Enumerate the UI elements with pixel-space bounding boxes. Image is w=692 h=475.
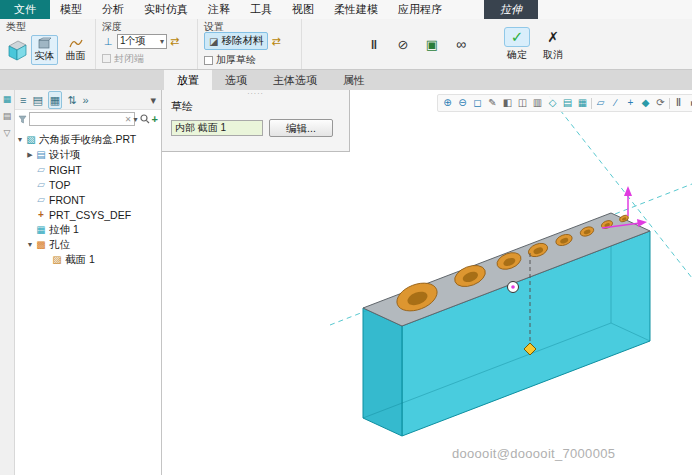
model-box[interactable] [363, 213, 650, 436]
tree-item-csys[interactable]: + PRT_CSYS_DEF [15, 207, 161, 222]
solid-type-button[interactable]: 实体 [31, 35, 58, 65]
surface-type-button[interactable]: 曲面 [62, 35, 89, 65]
sketch-reference-field[interactable]: 内部 截面 1 [171, 120, 263, 136]
file-menu-button[interactable]: 文件 [0, 0, 50, 19]
cancel-button[interactable]: ✗ 取消 [540, 27, 566, 62]
tree-search-row: ✕ ▾ + [15, 110, 161, 128]
saved-orientations-icon[interactable]: ▤ [561, 96, 574, 110]
filter-funnel-icon[interactable] [18, 115, 27, 124]
zoom-in-icon[interactable]: ⊕ [441, 96, 454, 110]
tree-columns-icon[interactable]: ▤ [31, 92, 43, 108]
surface-label: 曲面 [65, 49, 85, 63]
section-view-icon[interactable]: ◫ [516, 96, 529, 110]
tree-item-hole-group[interactable]: ▼ ▩ 孔位 [15, 237, 161, 252]
tab-tools[interactable]: 工具 [240, 0, 282, 19]
collapse-arrow-icon[interactable]: ▼ [15, 136, 25, 143]
zoom-out-icon[interactable]: ⊖ [456, 96, 469, 110]
verify-preview-icon[interactable]: ▣ [423, 37, 441, 52]
tree-item-right-plane[interactable]: ▱ RIGHT [15, 162, 161, 177]
dragger-icon[interactable]: ◆ [639, 96, 652, 110]
left-dock-strip: ▦ ▤ ▽ [0, 90, 15, 475]
tree-more-icon[interactable]: » [81, 92, 89, 108]
tab-body-options[interactable]: 主体选项 [260, 70, 330, 90]
ok-button[interactable]: ✓ 确定 [504, 27, 530, 62]
remove-material-toggle[interactable]: ◪ 移除材料 [204, 32, 268, 50]
tree-item-section-1[interactable]: ▨ 截面 1 [15, 252, 161, 267]
datum-plane-icon: ▱ [35, 179, 47, 191]
repaint-icon[interactable]: ✎ [486, 96, 499, 110]
tab-applications[interactable]: 应用程序 [388, 0, 452, 19]
play-icon[interactable]: ▸ [687, 96, 692, 110]
creo-window: 文件 模型 分析 实时仿真 注释 工具 视图 柔性建模 应用程序 拉伸 类型 [0, 0, 692, 475]
part-icon: ▧ [25, 134, 37, 146]
flip-material-side-icon[interactable]: ⇄ [271, 35, 280, 48]
expand-arrow-icon[interactable]: ▶ [25, 151, 35, 159]
depth-type-icon[interactable]: ⊥ [102, 36, 114, 47]
group-feature-icon: ▩ [35, 239, 47, 251]
tree-item-design-items[interactable]: ▶ ▤ 设计项 [15, 147, 161, 162]
refresh-icon[interactable]: ⟳ [654, 96, 667, 110]
tab-flexible-modeling[interactable]: 柔性建模 [324, 0, 388, 19]
pause-icon[interactable]: ‖ [672, 96, 685, 110]
capped-ends-label: 封闭端 [114, 52, 144, 66]
flip-depth-direction-icon[interactable]: ⇄ [170, 35, 179, 48]
search-dropdown-icon[interactable]: ▾ [134, 115, 138, 124]
type-group-label: 类型 [6, 21, 89, 32]
depth-value-dropdown[interactable]: 1个项 ▾ [117, 34, 167, 49]
confirm-cluster: ✓ 确定 ✗ 取消 [504, 19, 566, 69]
tab-view[interactable]: 视图 [282, 0, 324, 19]
chevron-down-icon: ▾ [160, 37, 164, 46]
capped-ends-checkbox[interactable] [102, 54, 111, 63]
watermark-text: dooooit@dooooit_7000005 [452, 446, 615, 461]
tab-properties[interactable]: 属性 [330, 70, 378, 90]
graphics-toolbar: ⊕ ⊖ ◻ ✎ ◧ ◫ ▥ ◇ ▤ ▦ ▱ ∕ + ◆ ⟳ ‖ ▸ [437, 94, 692, 112]
tree-menu-icon[interactable]: ≡ [19, 92, 27, 108]
model-tree-panel: ≡ ▤ ▦ ⇅ » ▾ ✕ ▾ + ▼ ▧ 六角扳手收纳盒.PRT [15, 90, 162, 475]
tree-item-front-plane[interactable]: ▱ FRONT [15, 192, 161, 207]
tree-item-root[interactable]: ▼ ▧ 六角扳手收纳盒.PRT [15, 132, 161, 147]
perspective-icon[interactable]: ◇ [546, 96, 559, 110]
add-filter-icon[interactable]: + [152, 113, 158, 125]
tree-item-label: 六角扳手收纳盒.PRT [37, 133, 136, 147]
display-mode-icon[interactable]: ▥ [531, 96, 544, 110]
sketch-label: 草绘 [162, 96, 349, 114]
tree-item-extrude-1[interactable]: ▦ 拉伸 1 [15, 222, 161, 237]
datum-axis-display-icon[interactable]: ∕ [609, 96, 622, 110]
depth-drag-handle[interactable] [624, 186, 632, 216]
ribbon-tab-bar: 文件 模型 分析 实时仿真 注释 工具 视图 柔性建模 应用程序 拉伸 [0, 0, 692, 19]
refit-icon[interactable]: ◻ [471, 96, 484, 110]
view-manager-icon[interactable]: ▦ [576, 96, 589, 110]
folder-browser-icon[interactable]: ▤ [3, 111, 12, 121]
cancel-label: 取消 [543, 48, 563, 62]
tab-annotate[interactable]: 注释 [198, 0, 240, 19]
tab-live-simulation[interactable]: 实时仿真 [134, 0, 198, 19]
solid-icon [37, 37, 52, 49]
pause-feature-icon[interactable]: ‖ [365, 37, 383, 52]
sketch-reference-handle[interactable] [508, 282, 519, 293]
edit-sketch-button[interactable]: 编辑... [269, 119, 333, 137]
tab-placement[interactable]: 放置 [164, 70, 212, 90]
tab-extrude-active[interactable]: 拉伸 [484, 0, 538, 19]
datum-plane-display-icon[interactable]: ▱ [594, 96, 607, 110]
tree-panel-icon[interactable]: ▦ [3, 94, 12, 104]
thicken-sketch-checkbox[interactable] [204, 56, 213, 65]
search-icon[interactable] [140, 114, 150, 124]
tree-item-top-plane[interactable]: ▱ TOP [15, 177, 161, 192]
cancel-x-icon: ✗ [540, 27, 566, 47]
collapse-arrow-icon[interactable]: ▼ [25, 241, 35, 248]
no-preview-icon[interactable]: ⊘ [394, 37, 412, 52]
preview-glasses-icon[interactable]: ∞ [452, 36, 470, 52]
tree-style-icon[interactable]: ▦ [48, 91, 62, 109]
tab-model[interactable]: 模型 [50, 0, 92, 19]
tab-analysis[interactable]: 分析 [92, 0, 134, 19]
tree-search-input[interactable] [29, 112, 135, 126]
tree-sort-icon[interactable]: ⇅ [66, 92, 77, 108]
filter-panel-icon[interactable]: ▽ [4, 128, 11, 138]
clear-search-icon[interactable]: ✕ [125, 115, 132, 124]
tree-settings-caret-icon[interactable]: ▾ [149, 92, 157, 108]
spin-center-icon[interactable]: + [624, 96, 637, 110]
depth-value: 1个项 [120, 34, 146, 48]
ok-label: 确定 [507, 48, 527, 62]
shading-style-icon[interactable]: ◧ [501, 96, 514, 110]
tab-options[interactable]: 选项 [212, 70, 260, 90]
